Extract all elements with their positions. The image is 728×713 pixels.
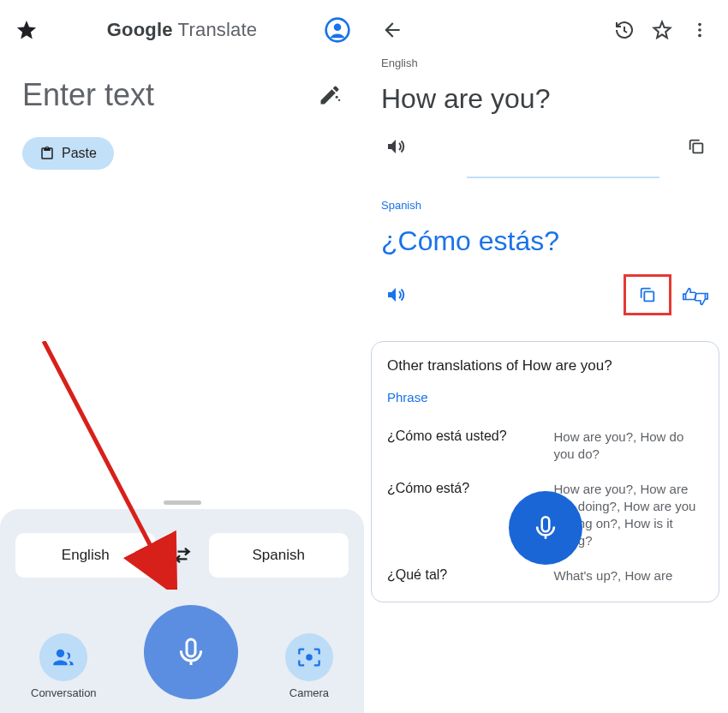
feedback-icon[interactable] [682, 280, 711, 309]
voice-fab[interactable] [509, 491, 582, 565]
camera-action: Camera [285, 633, 333, 699]
conversation-button[interactable] [39, 633, 87, 681]
svg-rect-13 [542, 517, 550, 531]
conversation-action: Conversation [31, 633, 97, 699]
target-text: ¿Cómo estás? [364, 215, 728, 271]
swap-languages-icon[interactable] [168, 541, 197, 570]
copy-source-icon[interactable] [682, 132, 711, 161]
svg-rect-12 [644, 291, 653, 301]
row-source: ¿Qué tal? [387, 567, 537, 583]
phrase-label: Phrase [387, 390, 703, 404]
speaker-target-icon[interactable] [381, 280, 410, 309]
input-area[interactable]: Enter text [0, 53, 364, 122]
action-row: Conversation Camera [15, 605, 349, 703]
camera-label: Camera [289, 686, 329, 699]
account-icon[interactable] [323, 15, 352, 45]
copy-target-icon[interactable] [633, 280, 662, 309]
row-source: ¿Cómo está usted? [387, 428, 537, 444]
enter-placeholder: Enter text [22, 77, 154, 113]
paste-button[interactable]: Paste [22, 137, 114, 170]
language-row: English Spanish [15, 533, 349, 578]
conversation-label: Conversation [31, 686, 97, 699]
app-title: Google Translate [41, 19, 323, 41]
source-text: How are you? [364, 73, 728, 129]
svg-point-6 [306, 654, 312, 660]
target-language-button[interactable]: Spanish [209, 533, 349, 578]
left-header: Google Translate [0, 0, 364, 53]
svg-point-8 [698, 23, 701, 27]
source-language-button[interactable]: English [15, 533, 156, 578]
bottom-panel: English Spanish Conversation [0, 509, 364, 713]
svg-point-3 [338, 99, 340, 101]
paste-row: Paste [0, 122, 364, 170]
svg-rect-11 [693, 143, 702, 153]
copy-highlight-box [624, 274, 671, 315]
svg-point-2 [336, 96, 338, 99]
table-row[interactable]: ¿Cómo está usted? How are you?, How do y… [387, 420, 703, 472]
svg-point-1 [334, 23, 342, 31]
target-lang-label: Spanish [364, 195, 728, 215]
svg-point-4 [57, 650, 64, 657]
handwriting-icon[interactable] [318, 83, 342, 107]
history-icon[interactable] [610, 15, 639, 45]
other-translations-card: Other translations of How are you? Phras… [371, 341, 719, 602]
paste-label: Paste [62, 146, 97, 161]
camera-button[interactable] [285, 633, 333, 681]
star-outline-icon[interactable] [647, 15, 677, 45]
target-tools [364, 271, 728, 324]
svg-point-9 [698, 28, 701, 32]
card-title: Other translations of How are you? [387, 357, 703, 374]
voice-button[interactable] [144, 605, 238, 699]
svg-rect-5 [187, 639, 195, 656]
more-icon[interactable] [685, 15, 714, 45]
source-lang-label: English [364, 53, 728, 73]
speaker-source-icon[interactable] [381, 132, 410, 161]
row-meaning: What's up?, How are [554, 567, 704, 584]
source-tools [364, 129, 728, 170]
row-meaning: How are you?, How do you do? [554, 428, 704, 464]
star-icon[interactable] [12, 15, 41, 45]
row-source: ¿Cómo está? [387, 481, 537, 496]
right-header [364, 0, 728, 53]
svg-point-10 [698, 34, 701, 38]
right-pane: English How are you? Spanish ¿Cómo estás… [364, 0, 728, 713]
left-pane: Google Translate Enter text Paste Englis… [0, 0, 364, 713]
divider [467, 177, 659, 178]
back-icon[interactable] [378, 15, 407, 45]
voice-action [144, 605, 238, 699]
